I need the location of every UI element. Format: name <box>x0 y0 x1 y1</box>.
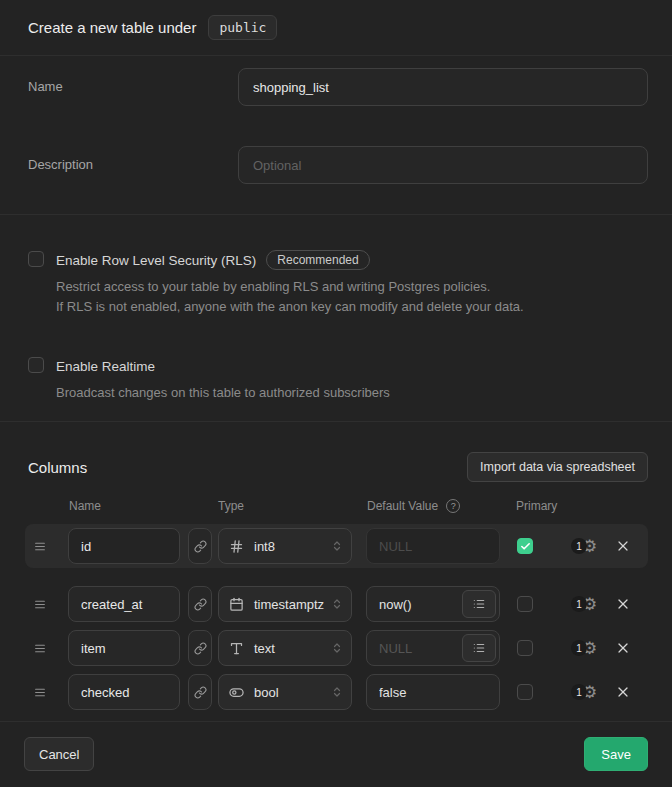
header-type: Type <box>218 499 244 513</box>
column-row: bool 1 ⚙ <box>25 670 648 714</box>
link-icon <box>194 686 207 699</box>
save-button[interactable]: Save <box>584 737 648 771</box>
link-icon <box>194 598 207 611</box>
primary-checkbox[interactable] <box>517 538 533 554</box>
table-description-input[interactable] <box>238 146 648 184</box>
list-icon <box>472 597 486 611</box>
primary-checkbox[interactable] <box>517 640 533 656</box>
column-type-label: bool <box>254 685 331 700</box>
realtime-option: Enable Realtime Broadcast changes on thi… <box>28 357 644 403</box>
header-primary: Primary <box>516 499 557 513</box>
foreign-key-button[interactable] <box>188 630 212 666</box>
chevrons-up-down-icon <box>331 598 343 610</box>
default-suggestions-button[interactable] <box>462 590 496 618</box>
remove-column-icon[interactable] <box>615 684 631 700</box>
list-icon <box>472 641 486 655</box>
description-label: Description <box>28 146 238 172</box>
column-type-label: timestamptz <box>254 597 331 612</box>
rls-option: Enable Row Level Security (RLS) Recommen… <box>28 251 644 317</box>
column-row: timestamptz 1 ⚙ <box>25 582 648 626</box>
toggle-icon <box>229 685 245 700</box>
calendar-icon <box>229 597 245 612</box>
rls-description-line2: If RLS is not enabled, anyone with the a… <box>56 297 524 317</box>
drag-handle-icon[interactable] <box>33 642 47 655</box>
column-name-input[interactable] <box>68 528 180 564</box>
settings-count-badge: 1 <box>571 596 587 612</box>
header-name: Name <box>69 499 101 513</box>
table-options-section: Enable Row Level Security (RLS) Recommen… <box>0 215 672 422</box>
foreign-key-button[interactable] <box>188 528 212 564</box>
column-row: text 1 ⚙ <box>25 626 648 670</box>
primary-checkbox[interactable] <box>517 684 533 700</box>
column-type-select[interactable]: bool <box>218 674 352 710</box>
hash-icon <box>229 539 245 554</box>
realtime-checkbox[interactable] <box>28 357 44 373</box>
drag-handle-icon[interactable] <box>33 598 47 611</box>
column-row: int8 1 ⚙ <box>25 524 648 568</box>
rls-description-line1: Restrict access to your table by enablin… <box>56 277 524 297</box>
column-type-select[interactable]: int8 <box>218 528 352 564</box>
table-info-section: Name Description <box>0 56 672 215</box>
rls-label: Enable Row Level Security (RLS) <box>56 253 256 268</box>
table-name-input[interactable] <box>238 68 648 106</box>
drag-handle-icon[interactable] <box>33 686 47 699</box>
remove-column-icon[interactable] <box>615 538 631 554</box>
drag-handle-icon[interactable] <box>33 540 47 553</box>
dialog-title: Create a new table under <box>28 19 196 36</box>
cancel-button[interactable]: Cancel <box>24 737 94 771</box>
column-type-select[interactable]: timestamptz <box>218 586 352 622</box>
dialog-header: Create a new table under public <box>0 0 672 56</box>
settings-count-badge: 1 <box>571 684 587 700</box>
settings-count-badge: 1 <box>571 640 587 656</box>
header-default-value: Default Value ? <box>367 499 460 513</box>
foreign-key-button[interactable] <box>188 674 212 710</box>
schema-badge: public <box>208 15 277 40</box>
settings-count-badge: 1 <box>571 538 587 554</box>
text-icon <box>229 641 245 656</box>
rls-checkbox[interactable] <box>28 251 44 267</box>
dialog-footer: Cancel Save <box>0 722 672 771</box>
primary-checkbox[interactable] <box>517 596 533 612</box>
import-spreadsheet-button[interactable]: Import data via spreadsheet <box>467 452 648 482</box>
column-type-label: text <box>254 641 331 656</box>
column-name-input[interactable] <box>68 586 180 622</box>
realtime-label: Enable Realtime <box>56 359 155 374</box>
column-type-label: int8 <box>254 539 331 554</box>
foreign-key-button[interactable] <box>188 586 212 622</box>
chevrons-up-down-icon <box>331 642 343 654</box>
column-name-input[interactable] <box>68 674 180 710</box>
remove-column-icon[interactable] <box>615 596 631 612</box>
chevrons-up-down-icon <box>331 540 343 552</box>
link-icon <box>194 642 207 655</box>
name-label: Name <box>28 68 238 94</box>
columns-rows: int8 1 ⚙ tim <box>25 524 648 714</box>
realtime-description: Broadcast changes on this table to autho… <box>56 383 390 403</box>
column-type-select[interactable]: text <box>218 630 352 666</box>
recommended-badge: Recommended <box>266 250 369 270</box>
chevrons-up-down-icon <box>331 686 343 698</box>
column-default-input[interactable] <box>366 528 500 564</box>
column-name-input[interactable] <box>68 630 180 666</box>
columns-table-header: Name Type Default Value ? Primary <box>0 499 672 512</box>
help-icon[interactable]: ? <box>446 499 460 513</box>
columns-title: Columns <box>28 459 87 476</box>
columns-section: Columns Import data via spreadsheet Name… <box>0 422 672 722</box>
link-icon <box>194 540 207 553</box>
default-suggestions-button[interactable] <box>462 634 496 662</box>
remove-column-icon[interactable] <box>615 640 631 656</box>
column-default-input[interactable] <box>366 674 500 710</box>
